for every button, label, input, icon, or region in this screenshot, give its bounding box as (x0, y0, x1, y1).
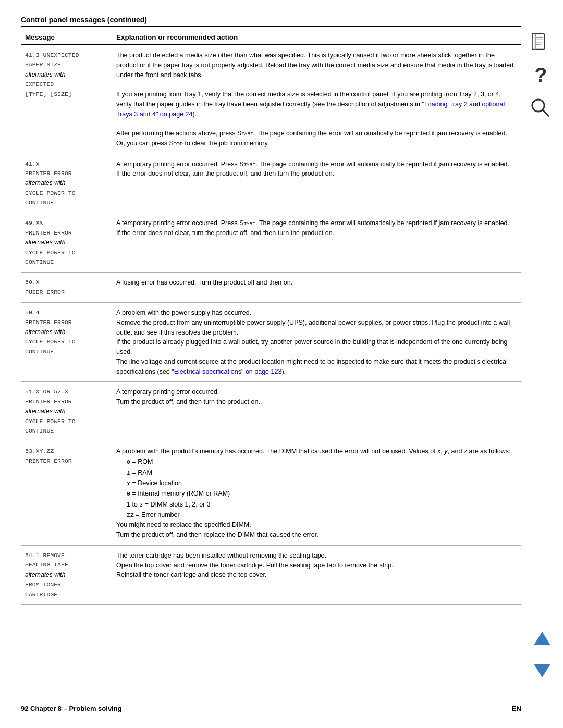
message-cell: 51.X OR 52.XPRINTER ERRORalternates with… (21, 382, 112, 441)
table-row: 51.X OR 52.XPRINTER ERRORalternates with… (21, 382, 521, 441)
explanation-cell: A problem with the product's memory has … (112, 441, 521, 546)
electrical-spec-link[interactable]: "Electrical specifications" on page 123 (172, 368, 282, 375)
message-cell: 54.1 REMOVESEALING TAPEalternates withFR… (21, 545, 112, 604)
table-row: 49.XXPRINTER ERRORalternates withCYCLE P… (21, 213, 521, 273)
message-cell: 50.4PRINTER ERRORalternates withCYCLE PO… (21, 303, 112, 382)
messages-table: Message Explanation or recommended actio… (21, 30, 521, 605)
svg-text:?: ? (535, 64, 547, 86)
explanation-cell: The product detected a media size other … (112, 45, 521, 154)
table-row: 53.XY.ZZPRINTER ERROR A problem with the… (21, 441, 521, 546)
main-content: Control panel messages (continued) Messa… (21, 16, 521, 605)
table-row: 41.XPRINTER ERRORalternates withCYCLE PO… (21, 154, 521, 213)
table-row: 50.XFUSER ERROR A fusing error has occur… (21, 273, 521, 303)
footer-left: 92 Chapter 8 – Problem solving (21, 705, 122, 712)
svg-marker-9 (534, 632, 550, 645)
explanation-cell: A temporary printing error occurred. Pre… (112, 213, 521, 273)
explanation-cell: A fusing error has occurred. Turn the pr… (112, 273, 521, 303)
magnify-icon (529, 96, 552, 119)
right-sidebar: ? (527, 31, 554, 119)
explanation-cell: A temporary printing error occurred. Tur… (112, 382, 521, 441)
svg-line-8 (543, 110, 549, 116)
svg-rect-1 (534, 34, 535, 50)
arrow-up-icon[interactable] (533, 630, 552, 650)
col-explanation-header: Explanation or recommended action (112, 30, 521, 45)
arrow-down-icon[interactable] (533, 661, 552, 681)
message-cell: 49.XXPRINTER ERRORalternates withCYCLE P… (21, 213, 112, 273)
page-container: ? Control panel messages (continued) Mes… (0, 0, 563, 728)
footer-right: EN (512, 705, 521, 712)
message-cell: 50.XFUSER ERROR (21, 273, 112, 303)
dimm-values-list: 0 = ROM 1 = RAM Y = Device location 0 = … (127, 456, 517, 520)
message-cell: 41.3 UNEXPECTEDPAPER SIZEalternates with… (21, 45, 112, 154)
book-icon (529, 31, 552, 54)
footer: 92 Chapter 8 – Problem solving EN (21, 700, 521, 712)
explanation-cell: A temporary printing error occurred. Pre… (112, 154, 521, 213)
question-icon: ? (529, 64, 552, 87)
message-cell: 53.XY.ZZPRINTER ERROR (21, 441, 112, 546)
table-row: 54.1 REMOVESEALING TAPEalternates withFR… (21, 545, 521, 604)
table-row: 41.3 UNEXPECTEDPAPER SIZEalternates with… (21, 45, 521, 154)
message-cell: 41.XPRINTER ERRORalternates withCYCLE PO… (21, 154, 112, 213)
col-message-header: Message (21, 30, 112, 45)
svg-marker-10 (534, 664, 550, 677)
table-row: 50.4PRINTER ERRORalternates withCYCLE PO… (21, 303, 521, 382)
section-title: Control panel messages (continued) (21, 16, 521, 27)
explanation-cell: A problem with the power supply has occu… (112, 303, 521, 382)
explanation-cell: The toner cartridge has been installed w… (112, 545, 521, 604)
